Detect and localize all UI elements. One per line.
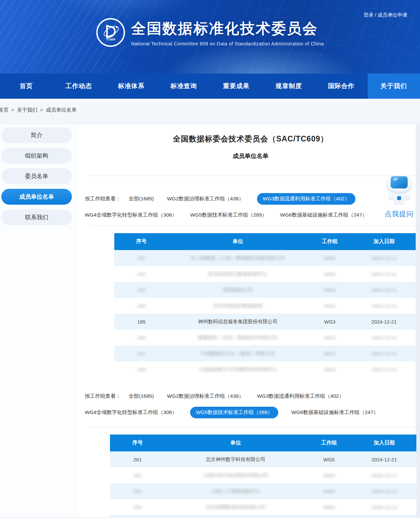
filter-all[interactable]: 全部(1685) <box>129 193 154 205</box>
nav-item-about-us[interactable]: 关于我们 <box>368 74 420 99</box>
table-row: 183 西安邮电大学 WG3 2024-12-11 <box>114 282 416 298</box>
filter-wg3[interactable]: WG3数据流通利用标准工作组（402） <box>257 193 355 205</box>
content: 简介 组织架构 委员名单 成员单位名单 联系我们 全国数据标委会技术委员会（SA… <box>0 125 416 517</box>
sidebar: 简介 组织架构 委员名单 成员单位名单 联系我们 <box>0 125 76 517</box>
breadcrumb-separator: > <box>11 107 14 113</box>
table-row: 262 山西云时代技术股份有限公司 WG5 2024-12-17 <box>110 467 416 483</box>
cell-join-date: 2024-12-11 <box>352 351 416 356</box>
breadcrumb-separator: > <box>40 107 43 113</box>
cell-unit: 西安邮电大学 <box>169 287 307 293</box>
filter-wg2[interactable]: WG2数据治理标准工作组（439） <box>167 193 244 205</box>
cell-unit: 神州数码信息服务集团股份有限公司 <box>169 319 307 325</box>
table-header: 序号 单位 工作组 加入日期 <box>110 435 416 451</box>
assistant-robot-icon[interactable] <box>386 173 413 206</box>
filter-wg6[interactable]: WG6数据基础设施标准工作组（247） <box>280 209 367 221</box>
site-header: 登录 / 成员单位申请 TC609 全国数据标准化技术委员会 National … <box>0 0 420 74</box>
cell-join-date: 2024-12-11 <box>352 303 416 309</box>
divider <box>89 176 416 176</box>
nav-item-regulations[interactable]: 规章制度 <box>263 74 315 99</box>
breadcrumb-member-units: 成员单位名单 <box>46 107 77 113</box>
cell-workgroup: WG3 <box>307 287 352 293</box>
filter-all[interactable]: 全部(1685) <box>129 390 154 402</box>
divider <box>89 226 416 226</box>
nav-item-home[interactable]: 首页 <box>0 74 53 99</box>
nav-item-standard-system[interactable]: 标准体系 <box>105 74 158 99</box>
cell-index: 186 <box>114 335 169 340</box>
filter-wg4[interactable]: WG4全域数字化转型标准工作组（308） <box>85 407 177 418</box>
cell-workgroup: WG3 <box>307 255 352 261</box>
cell-unit: 上海临港复旦大学国际技术转移中心 <box>169 366 307 373</box>
filter-wg6[interactable]: WG6数据基础设施标准工作组（247） <box>291 407 379 418</box>
divider <box>89 427 416 427</box>
sidebar-item-contact[interactable]: 联系我们 <box>1 209 72 225</box>
filter-wg5[interactable]: WG5数据技术标准工作组（289） <box>190 209 267 221</box>
filter-wg2[interactable]: WG2数据治理标准工作组（439） <box>167 390 244 402</box>
cell-unit: 北京荣耀数智科技有限公司 <box>165 504 306 510</box>
nav-item-achievements[interactable]: 重要成果 <box>210 74 263 99</box>
cell-index: 264 <box>110 504 165 510</box>
table-row: 263 上海人工智能创新中心 WG5 2024-12-13 <box>110 483 416 499</box>
cell-unit: 山西云时代技术股份有限公司 <box>165 472 306 479</box>
filter-group-wg3: 按工作组查看： 全部(1685) WG2数据治理标准工作组（439） WG3数据… <box>85 193 416 221</box>
cell-workgroup: WG3 <box>307 367 352 372</box>
nav-item-standard-search[interactable]: 标准查询 <box>158 74 210 99</box>
filter-wg3[interactable]: WG3数据流通利用标准工作组（402） <box>257 390 344 402</box>
cell-index: 185 <box>114 319 169 325</box>
page-title: 全国数据标委会技术委员会（SAC/TC609） <box>85 134 416 144</box>
nav-item-intl-cooperation[interactable]: 国际合作 <box>315 74 368 99</box>
table-row: 184 北京市海淀区数据集团 WG3 2024-12-11 <box>114 298 416 314</box>
cell-index: 183 <box>114 287 169 293</box>
table-row: 264 北京荣耀数智科技有限公司 WG5 2024-12-13 <box>110 499 416 515</box>
col-header-workgroup: 工作组 <box>306 440 352 446</box>
cell-join-date: 2024-12-17 <box>352 473 416 478</box>
filter-wg5[interactable]: WG5数据技术标准工作组（289） <box>190 407 278 418</box>
table-body: 261 北京神州数字科技有限公司 WG5 2024-12-21 262 山西云时… <box>110 451 416 518</box>
table-row: 261 北京神州数字科技有限公司 WG5 2024-12-21 <box>110 451 416 467</box>
member-table-wg5: 序号 单位 工作组 加入日期 261 北京神州数字科技有限公司 WG5 2024… <box>110 435 416 518</box>
cell-index: 181 <box>114 255 169 261</box>
main-panel: 全国数据标委会技术委员会（SAC/TC609） 成员单位名单 按工作组查看： 全… <box>76 125 416 517</box>
cell-index: 188 <box>114 367 169 372</box>
cell-unit: 中国船级社认证（集团）有限公司 <box>169 350 307 357</box>
cell-join-date: 2024-12-21 <box>352 457 416 462</box>
sidebar-item-committee-members[interactable]: 委员名单 <box>1 168 72 184</box>
table-row: 265 数美数据科技有限公司 WG5 2024-12-21 <box>110 515 416 518</box>
login-link[interactable]: 登录 / 成员单位申请 <box>363 12 407 18</box>
table-row: 187 中国船级社认证（集团）有限公司 WG3 2024-12-11 <box>114 345 416 361</box>
cell-workgroup: WG5 <box>306 489 352 494</box>
member-table-wg3: 序号 单位 工作组 加入日期 181 长三角数据（上海）网络建设设备有限公司 W… <box>114 233 416 377</box>
sidebar-item-org-structure[interactable]: 组织架构 <box>1 148 72 164</box>
cell-workgroup: WG5 <box>306 457 352 462</box>
brand: TC609 全国数据标准化技术委员会 National Technical Co… <box>95 17 324 48</box>
cell-index: 182 <box>114 271 169 277</box>
sidebar-item-intro[interactable]: 简介 <box>1 127 72 143</box>
breadcrumb-about[interactable]: 关于我们 <box>17 107 37 113</box>
cell-join-date: 2024-12-11 <box>352 335 416 340</box>
nav-item-work-news[interactable]: 工作动态 <box>53 74 105 99</box>
cell-join-date: 2024-12-11 <box>352 271 416 277</box>
assistant-label[interactable]: 点我提问 <box>383 209 415 219</box>
cell-workgroup: WG3 <box>307 351 352 356</box>
table-header: 序号 单位 工作组 加入日期 <box>114 233 416 250</box>
cell-workgroup: WG3 <box>307 271 352 277</box>
cell-join-date: 2024-12-13 <box>352 489 416 494</box>
col-header-index: 序号 <box>110 440 165 446</box>
breadcrumb-home[interactable]: 首页 <box>0 107 9 113</box>
cell-unit: 北京市海淀区数据集团 <box>169 303 307 309</box>
table-row: 181 长三角数据（上海）网络建设设备有限公司 WG3 2024-12-11 <box>114 250 416 266</box>
site-logo-icon: TC609 <box>95 17 126 48</box>
sidebar-item-member-units[interactable]: 成员单位名单 <box>1 189 72 205</box>
cell-workgroup: WG3 <box>307 319 352 325</box>
cell-index: 184 <box>114 303 169 309</box>
col-header-unit: 单位 <box>165 440 306 446</box>
cell-index: 261 <box>110 457 165 462</box>
col-header-join-date: 加入日期 <box>352 238 416 245</box>
logo-code: TC609 <box>106 38 115 41</box>
main-nav: 首页 工作动态 标准体系 标准查询 重要成果 规章制度 国际合作 关于我们 <box>0 74 420 99</box>
cell-unit: 长三角数据（上海）网络建设设备有限公司 <box>169 255 307 261</box>
breadcrumb-band: 首页>关于我们>成员单位名单 <box>0 99 420 125</box>
cell-join-date: 2024-12-11 <box>352 367 416 372</box>
filter-wg4[interactable]: WG4全域数字化转型标准工作组（308） <box>85 209 177 221</box>
cell-index: 187 <box>114 351 169 356</box>
filter-group-wg5: 按工作组查看： 全部(1685) WG2数据治理标准工作组（439） WG3数据… <box>85 390 416 418</box>
